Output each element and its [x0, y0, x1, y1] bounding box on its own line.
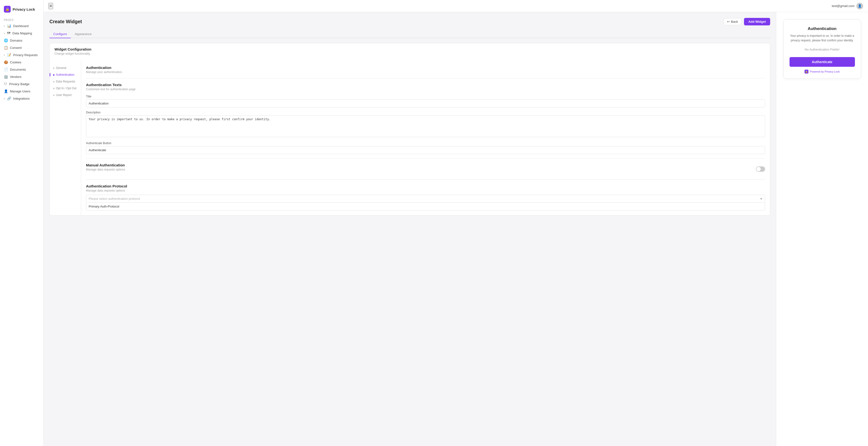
- page-title: Create Widget: [50, 19, 82, 25]
- manual-auth-sub: Manage data requests options: [86, 168, 125, 171]
- main-content: ✕ test@gmail.com 👤 Create Widget ↩ Back …: [43, 0, 868, 446]
- protocol-sub: Manage data requests options: [86, 189, 765, 192]
- chevron-icon: ›: [4, 97, 5, 100]
- topbar: ✕ test@gmail.com 👤: [43, 0, 868, 12]
- sidebar-item-integrations[interactable]: › 🔗 Integrations: [0, 95, 43, 102]
- config-inner: General Authentication Data Requests Opt…: [50, 61, 770, 215]
- section1-sub: Manage your authentication.: [86, 70, 765, 74]
- dashboard-icon: 📊: [7, 24, 11, 28]
- sidebar-item-consent[interactable]: 📋 Consent: [0, 44, 43, 51]
- editor-header: Create Widget ↩ Back Add Widget: [50, 18, 770, 25]
- config-nav: General Authentication Data Requests Opt…: [50, 61, 81, 215]
- config-nav-opt-in-out[interactable]: Opt In / Opt Out: [50, 85, 81, 92]
- documents-icon: 📄: [4, 67, 8, 71]
- protocol-option[interactable]: Primary Auth-Protocol: [86, 203, 765, 210]
- sidebar-item-manage-users[interactable]: 👤 Manage Users: [0, 88, 43, 95]
- config-header: Widget Configuration Change widget funct…: [50, 43, 770, 61]
- chevron-icon: ›: [4, 25, 5, 27]
- sidebar-item-label: Privacy Badge: [9, 82, 30, 86]
- preview-panel: Authentication Your privacy is important…: [776, 12, 868, 446]
- section2-title: Authentication Texts: [86, 83, 765, 87]
- preview-title: Authentication: [789, 26, 855, 31]
- sidebar-item-privacy-requests[interactable]: › 📝 Privacy Requests: [0, 51, 43, 59]
- vendors-icon: 🏢: [4, 75, 8, 79]
- user-info: test@gmail.com 👤: [832, 3, 863, 9]
- config-nav-general[interactable]: General: [50, 65, 81, 71]
- sidebar-item-data-mapping[interactable]: › 🗺 Data Mapping: [0, 30, 43, 37]
- protocol-select[interactable]: Please select authentication protocol: [86, 195, 765, 203]
- preview-no-fields: No Authentication Fields!: [789, 48, 855, 51]
- title-input[interactable]: [86, 99, 765, 107]
- cookies-icon: 🍪: [4, 60, 8, 64]
- config-nav-authentication[interactable]: Authentication: [50, 71, 81, 78]
- avatar: 👤: [857, 3, 863, 9]
- add-widget-button[interactable]: Add Widget: [744, 18, 770, 25]
- domains-icon: 🌐: [4, 38, 8, 42]
- auth-button-input[interactable]: [86, 146, 765, 154]
- sidebar-item-label: Consent: [10, 46, 22, 49]
- tabs: Configure Appearance: [50, 30, 770, 38]
- tab-appearance[interactable]: Appearance: [71, 30, 95, 38]
- sidebar-item-documents[interactable]: 📄 Documents: [0, 66, 43, 73]
- sidebar-item-cookies[interactable]: 🍪 Cookies: [0, 59, 43, 66]
- data-mapping-icon: 🗺: [7, 31, 10, 35]
- sidebar-item-label: Privacy Requests: [13, 53, 37, 57]
- preview-powered: 🔒 Powered by Privacy Lock: [789, 70, 855, 73]
- preview-card: Authentication Your privacy is important…: [783, 19, 861, 79]
- powered-text: Powered by Privacy Lock: [810, 70, 840, 73]
- app-name: Privacy Lock: [12, 7, 35, 11]
- config-panel: Widget Configuration Change widget funct…: [50, 43, 770, 215]
- back-icon: ↩: [727, 20, 730, 24]
- app-logo: 🔒 Privacy Lock: [0, 4, 43, 16]
- chevron-icon: ›: [4, 54, 5, 56]
- manage-users-icon: 👤: [4, 89, 8, 93]
- config-subtitle: Change widget functionality.: [55, 52, 765, 56]
- preview-description: Your privacy is important to us. In orde…: [789, 34, 855, 43]
- user-email: test@gmail.com: [832, 4, 855, 8]
- sidebar-item-dashboard[interactable]: › 📊 Dashboard: [0, 22, 43, 30]
- title-label: Title: [86, 95, 765, 98]
- description-label: Description: [86, 111, 765, 114]
- consent-icon: 📋: [4, 46, 8, 49]
- manual-auth-toggle[interactable]: [756, 166, 765, 172]
- privacy-requests-icon: 📝: [7, 53, 11, 57]
- header-buttons: ↩ Back Add Widget: [723, 18, 770, 25]
- protocol-wrapper: Please select authentication protocol ▼: [86, 195, 765, 203]
- sidebar-item-label: Dashboard: [13, 24, 29, 28]
- pages-label: Pages: [0, 16, 43, 22]
- auth-button-label: Authenticate Button: [86, 141, 765, 145]
- sidebar-item-label: Documents: [10, 68, 26, 71]
- sidebar-item-privacy-badge[interactable]: 🛡 Privacy Badge: [0, 80, 43, 88]
- editor-area: Create Widget ↩ Back Add Widget Configur…: [43, 12, 776, 446]
- integrations-icon: 🔗: [7, 97, 11, 100]
- privacy-badge-icon: 🛡: [4, 82, 7, 86]
- config-form: Authentication Manage your authenticatio…: [81, 61, 770, 215]
- protocol-title: Authentication Protocol: [86, 184, 765, 188]
- manual-auth-title: Manual Authentication: [86, 163, 125, 167]
- sidebar-item-domains[interactable]: 🌐 Domains: [0, 37, 43, 44]
- close-button[interactable]: ✕: [49, 3, 53, 9]
- tab-configure[interactable]: Configure: [50, 30, 71, 38]
- logo-icon: 🔒: [4, 6, 11, 12]
- preview-authenticate-button[interactable]: Authenticate: [789, 57, 855, 67]
- sidebar-item-label: Data Mapping: [12, 31, 32, 35]
- sidebar-item-label: Manage Users: [10, 90, 31, 93]
- close-icon: ✕: [49, 4, 53, 8]
- config-title: Widget Configuration: [55, 47, 765, 51]
- sidebar-item-label: Integrations: [13, 97, 30, 100]
- config-nav-user-report[interactable]: User Report: [50, 92, 81, 98]
- sidebar: 🔒 Privacy Lock Pages › 📊 Dashboard › 🗺 D…: [0, 0, 43, 446]
- config-nav-data-requests[interactable]: Data Requests: [50, 78, 81, 85]
- manual-auth-section: Manual Authentication Manage data reques…: [86, 163, 765, 175]
- section2-sub: Customize text for authentication page: [86, 88, 765, 91]
- page-body: Create Widget ↩ Back Add Widget Configur…: [43, 12, 868, 446]
- sidebar-item-label: Cookies: [10, 61, 21, 64]
- sidebar-item-label: Domains: [10, 39, 22, 42]
- sidebar-item-label: Vendors: [10, 75, 22, 79]
- description-textarea[interactable]: Your privacy is important to us. In orde…: [86, 115, 765, 137]
- back-button[interactable]: ↩ Back: [723, 18, 742, 25]
- section1-title: Authentication: [86, 66, 765, 70]
- sidebar-item-vendors[interactable]: 🏢 Vendors: [0, 73, 43, 80]
- powered-logo-icon: 🔒: [805, 70, 808, 73]
- chevron-icon: ›: [4, 32, 5, 35]
